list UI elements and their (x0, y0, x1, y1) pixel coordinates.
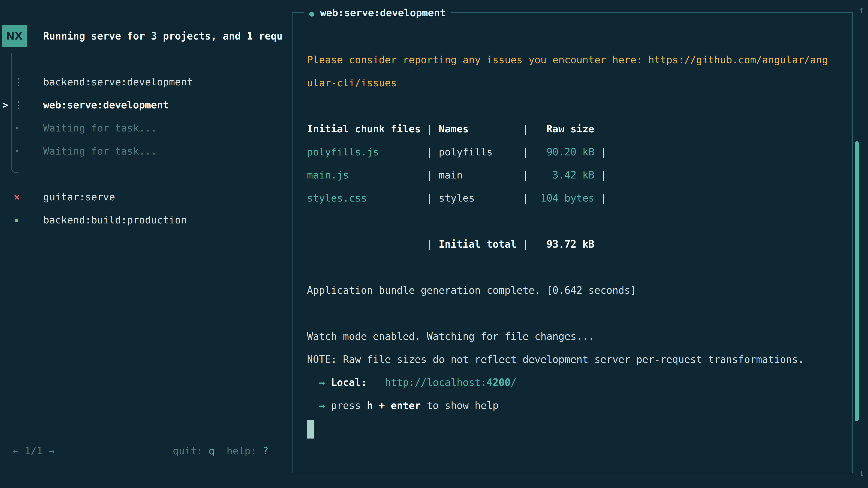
bundle-complete-line: Application bundle generation complete. … (307, 279, 844, 302)
cursor-line (307, 417, 844, 440)
help-key: ? (263, 445, 269, 457)
task-list-running: ⋮backend:serve:development >⋮web:serve:d… (0, 70, 292, 163)
sidebar-title: Running serve for 3 projects, and 1 requ (43, 25, 289, 48)
table-header-row: Initial chunk files|Names|Raw size (307, 118, 844, 140)
spinner-icon: ⋮ (14, 94, 24, 117)
task-row-guitar-serve[interactable]: ×guitar:serve (0, 186, 292, 208)
task-label: backend:build:production (43, 214, 187, 226)
task-output-panel: ●web:serve:development Please consider r… (292, 12, 852, 473)
table-pipe: | (517, 118, 534, 140)
chunk-name: polyfills (439, 140, 517, 164)
task-label: Waiting for task... (43, 122, 157, 134)
help-hint-post: to show help (421, 400, 498, 411)
chunk-file: main.js (307, 164, 421, 187)
scroll-up-icon[interactable]: ↑ (859, 0, 864, 21)
task-label: backend:serve:development (43, 76, 193, 88)
arrow-right-icon: → (319, 377, 325, 388)
task-label: Waiting for task... (43, 145, 157, 157)
pending-dot-icon: · (14, 140, 20, 163)
help-hint-key: h + enter (367, 400, 421, 411)
chunk-name: main (439, 164, 517, 187)
blank-line (307, 94, 844, 118)
blank-line (307, 256, 844, 279)
table-pipe: | (594, 187, 607, 210)
table-pipe: | (421, 164, 438, 187)
table-row: polyfills.js|polyfills|90.20 kB| (307, 140, 844, 164)
panel-title: ●web:serve:development (304, 1, 451, 24)
panel-title-text: web:serve:development (320, 7, 446, 19)
column-header-names: Names (439, 118, 517, 140)
table-row: styles.css|styles|104 bytes| (307, 187, 844, 210)
column-header-file: Initial chunk files (307, 118, 421, 140)
total-label: Initial total (439, 233, 517, 256)
sidebar: NX Running serve for 3 projects, and 1 r… (0, 0, 292, 488)
help-label: help: (227, 445, 256, 457)
keyboard-hints: quit:qhelp:? (0, 440, 269, 462)
local-label: Local: (331, 377, 367, 388)
table-total-row: |Initial total|93.72 kB (307, 233, 844, 256)
success-square-icon: ▪ (14, 208, 19, 232)
table-pipe: | (421, 118, 438, 140)
issue-notice-line-2: ular-cli/issues (307, 71, 844, 94)
task-label: web:serve:development (43, 99, 169, 111)
scroll-down-icon[interactable]: ↓ (859, 462, 864, 485)
task-row-waiting-2[interactable]: ·Waiting for task... (0, 140, 292, 163)
chunk-size: 104 bytes (535, 187, 594, 210)
task-row-backend-build-production[interactable]: ▪backend:build:production (0, 208, 292, 232)
arrow-right-icon: → (319, 400, 325, 411)
table-pipe: | (421, 140, 438, 164)
status-dot-icon: ● (309, 9, 314, 18)
help-hint-pre: press (331, 400, 367, 411)
url-suffix: / (510, 377, 517, 388)
chevron-right-icon: > (2, 94, 8, 117)
nx-logo: NX (2, 25, 27, 47)
table-pipe: | (517, 233, 534, 256)
terminal-output: Please consider reporting any issues you… (307, 48, 844, 440)
failed-cross-icon: × (14, 186, 20, 208)
table-pipe: | (517, 187, 534, 210)
chunk-file: polyfills.js (307, 140, 421, 164)
table-pipe: | (421, 187, 438, 210)
local-url-line: →Local:http://localhost:4200/ (307, 371, 844, 394)
note-line: NOTE: Raw file sizes do not reflect deve… (307, 348, 844, 371)
scrollbar-thumb[interactable] (855, 141, 859, 421)
localhost-link[interactable]: http://localhost:4200/ (385, 377, 517, 388)
blank-line (307, 302, 844, 325)
url-prefix: http://localhost: (385, 377, 487, 388)
table-pipe: | (421, 233, 438, 256)
url-port: 4200 (487, 377, 510, 388)
chunk-name: styles (439, 187, 517, 210)
task-list-finished: ×guitar:serve ▪backend:build:production (0, 186, 292, 232)
task-row-backend-serve-development[interactable]: ⋮backend:serve:development (0, 70, 292, 94)
total-size: 93.72 kB (535, 233, 594, 256)
quit-key: q (209, 445, 215, 457)
column-header-raw-size: Raw size (535, 118, 594, 140)
task-row-web-serve-development[interactable]: >⋮web:serve:development (0, 94, 292, 117)
table-row: main.js|main|3.42 kB| (307, 164, 844, 187)
task-row-waiting-1[interactable]: ·Waiting for task... (0, 117, 292, 140)
empty-cell (307, 233, 421, 256)
watch-mode-line: Watch mode enabled. Watching for file ch… (307, 325, 844, 348)
table-pipe: | (594, 164, 607, 187)
spinner-icon: ⋮ (14, 70, 24, 94)
chunk-file: styles.css (307, 187, 421, 210)
quit-label: quit: (173, 445, 203, 457)
table-pipe: | (594, 140, 607, 164)
chunk-size: 90.20 kB (535, 140, 594, 164)
task-label: guitar:serve (43, 191, 115, 203)
terminal-cursor (307, 420, 314, 438)
table-pipe: | (517, 140, 534, 164)
chunk-size: 3.42 kB (535, 164, 594, 187)
blank-line (307, 210, 844, 233)
help-hint-line: →press h + enter to show help (307, 394, 844, 417)
pending-dot-icon: · (14, 117, 20, 140)
issue-notice-line-1: Please consider reporting any issues you… (307, 48, 844, 71)
table-pipe: | (517, 164, 534, 187)
